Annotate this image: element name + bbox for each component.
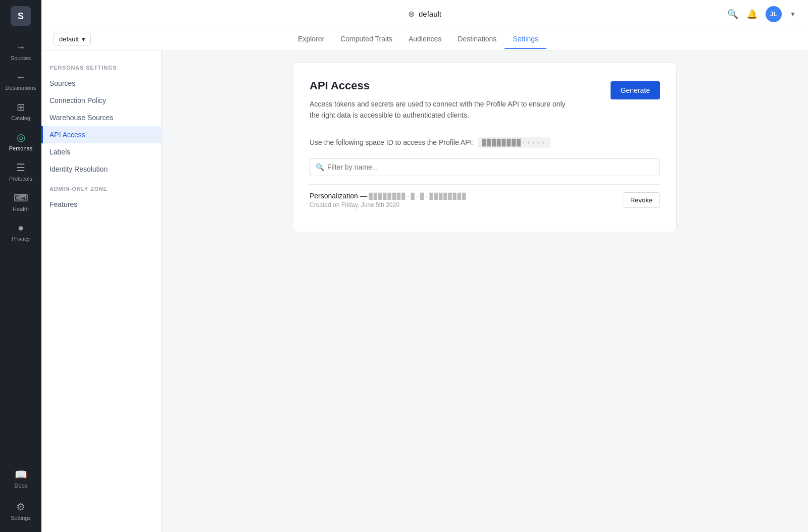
token-name: Personalization — ████████·█·█·████████	[310, 192, 467, 200]
catalog-icon: ⊞	[17, 101, 25, 113]
privacy-icon: ●	[18, 222, 24, 234]
main-area: ⊗ default 🔍 🔔 JL ▼ default ▾ Explorer Co…	[41, 0, 808, 532]
sidebar-item-label: Destinations	[6, 85, 36, 91]
sidebar-item-catalog[interactable]: ⊞ Catalog	[0, 96, 41, 126]
card-description: Access tokens and secrets are used to co…	[310, 98, 572, 121]
card-header-row: API Access Access tokens and secrets are…	[310, 79, 660, 129]
sidebar-item-destinations[interactable]: ← Destinations	[0, 66, 41, 96]
space-id-label: Use the following space ID to access the…	[310, 138, 474, 146]
workspace-selector-label: default	[59, 35, 79, 43]
sidebar-item-privacy[interactable]: ● Privacy	[0, 217, 41, 247]
notifications-icon[interactable]: 🔔	[746, 9, 758, 20]
tab-explorer[interactable]: Explorer	[290, 30, 332, 49]
workspace-selector-chevron: ▾	[82, 35, 85, 43]
filter-input-wrap: 🔍	[310, 158, 660, 176]
token-row: Personalization — ████████·█·█·████████ …	[310, 184, 660, 216]
tab-audiences[interactable]: Audiences	[400, 30, 449, 49]
page-content: API Access Access tokens and secrets are…	[162, 50, 808, 532]
token-date: Created on Friday, June 5th 2020	[310, 201, 467, 208]
space-id-value: ████████·····	[478, 137, 550, 148]
chevron-down-icon[interactable]: ▼	[790, 11, 796, 18]
docs-icon: 📖	[15, 468, 27, 481]
sidebar2-item-api-access[interactable]: API Access	[41, 126, 161, 143]
sidebar-item-sources[interactable]: → Sources	[0, 36, 41, 66]
token-separator: —	[360, 192, 369, 200]
space-id-row: Use the following space ID to access the…	[310, 137, 660, 148]
tab-computed-traits[interactable]: Computed Traits	[332, 30, 400, 49]
sidebar-item-label: Health	[13, 206, 29, 212]
personas-settings-title: PERSONAS SETTINGS	[41, 65, 161, 75]
content-body: PERSONAS SETTINGS Sources Connection Pol…	[41, 50, 808, 532]
tab-destinations[interactable]: Destinations	[449, 30, 504, 49]
avatar[interactable]: JL	[766, 6, 782, 22]
search-icon[interactable]: 🔍	[727, 9, 738, 20]
revoke-button[interactable]: Revoke	[623, 192, 660, 208]
sidebar-item-label: Privacy	[12, 236, 30, 242]
workspace-icon: ⊗	[408, 9, 415, 19]
sidebar-item-label: Sources	[11, 55, 31, 61]
top-header: ⊗ default 🔍 🔔 JL ▼	[41, 0, 808, 28]
sidebar-item-personas[interactable]: ◎ Personas	[0, 126, 41, 156]
workspace-title: ⊗ default	[408, 9, 441, 19]
token-value: ████████·█·█·████████	[369, 193, 467, 200]
sidebar-item-label: Catalog	[11, 115, 30, 121]
admin-zone-title: ADMIN-ONLY ZONE	[41, 178, 161, 196]
tab-settings[interactable]: Settings	[504, 30, 546, 49]
settings-icon: ⚙	[16, 501, 25, 513]
sub-header: default ▾ Explorer Computed Traits Audie…	[41, 28, 808, 50]
health-icon: ⌨	[14, 192, 28, 204]
api-access-card: API Access Access tokens and secrets are…	[293, 63, 677, 232]
sidebar-bottom: 📖 Docs ⚙ Settings	[8, 463, 34, 526]
sidebar2-item-labels[interactable]: Labels	[41, 143, 161, 161]
header-right: 🔍 🔔 JL ▼	[727, 6, 796, 22]
main-sidebar: S → Sources ← Destinations ⊞ Catalog ◎ P…	[0, 0, 41, 532]
generate-button[interactable]: Generate	[611, 81, 660, 99]
sidebar-item-label: Protocols	[9, 176, 32, 182]
sidebar-item-docs[interactable]: 📖 Docs	[8, 463, 34, 494]
sidebar2-item-identity-resolution[interactable]: Identity Resolution	[41, 161, 161, 178]
sidebar-item-label: Personas	[9, 145, 32, 151]
protocols-icon: ☰	[16, 162, 25, 174]
sidebar-item-protocols[interactable]: ☰ Protocols	[0, 156, 41, 187]
sources-icon: →	[16, 41, 26, 53]
personas-icon: ◎	[17, 131, 25, 143]
sidebar2-item-features[interactable]: Features	[41, 196, 161, 213]
workspace-name: default	[419, 10, 441, 18]
sidebar2-item-sources[interactable]: Sources	[41, 75, 161, 92]
workspace-selector[interactable]: default ▾	[54, 33, 91, 45]
nav-tabs: Explorer Computed Traits Audiences Desti…	[290, 30, 546, 49]
sidebar2-item-warehouse-sources[interactable]: Warehouse Sources	[41, 109, 161, 126]
destinations-icon: ←	[16, 71, 26, 83]
sidebar-item-label: Docs	[14, 483, 27, 489]
filter-input[interactable]	[310, 158, 660, 176]
app-logo[interactable]: S	[11, 6, 31, 26]
filter-search-icon: 🔍	[316, 163, 324, 171]
sidebar2-item-connection-policy[interactable]: Connection Policy	[41, 92, 161, 109]
secondary-sidebar: PERSONAS SETTINGS Sources Connection Pol…	[41, 50, 162, 532]
card-title: API Access	[310, 79, 611, 92]
sidebar-item-settings[interactable]: ⚙ Settings	[8, 496, 34, 526]
sidebar-item-label: Settings	[11, 515, 31, 521]
sidebar-item-health[interactable]: ⌨ Health	[0, 187, 41, 217]
token-info: Personalization — ████████·█·█·████████ …	[310, 192, 467, 208]
card-header-left: API Access Access tokens and secrets are…	[310, 79, 611, 129]
